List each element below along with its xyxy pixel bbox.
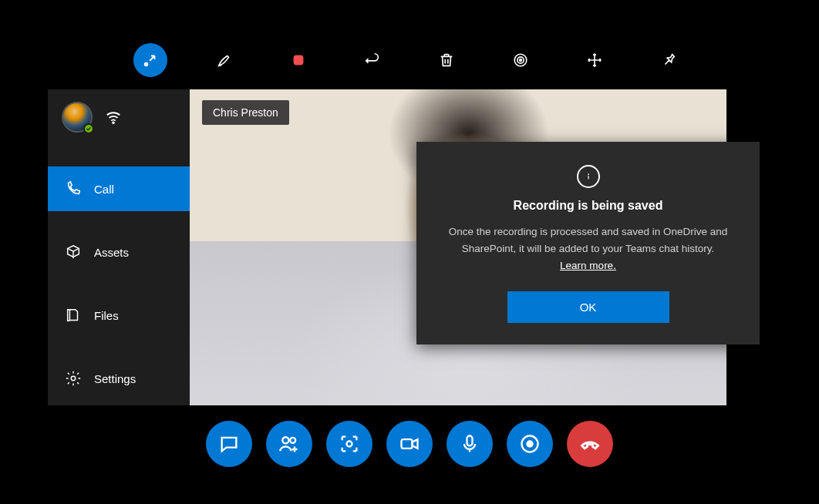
- svg-rect-8: [588, 176, 588, 180]
- info-icon: [577, 165, 600, 188]
- share-icon: [512, 52, 529, 69]
- add-people-button[interactable]: [266, 421, 312, 467]
- phone-icon: [65, 180, 82, 197]
- svg-rect-13: [467, 436, 473, 446]
- svg-point-5: [113, 122, 114, 123]
- svg-rect-1: [294, 55, 304, 66]
- chat-button[interactable]: [206, 421, 252, 467]
- video-icon: [399, 433, 420, 455]
- mic-icon: [459, 433, 480, 455]
- video-button[interactable]: [386, 421, 433, 467]
- sidebar-header: [48, 89, 190, 145]
- svg-point-11: [347, 442, 352, 447]
- sidebar-item-assets[interactable]: Assets: [48, 230, 190, 274]
- add-people-icon: [278, 433, 300, 455]
- minimize-button[interactable]: [133, 43, 167, 77]
- participant-name: Chris Preston: [213, 106, 278, 119]
- trash-icon: [438, 52, 455, 69]
- chat-icon: [218, 433, 240, 455]
- trash-button[interactable]: [430, 43, 463, 77]
- sidebar-item-label: Settings: [94, 372, 136, 385]
- svg-point-10: [290, 438, 295, 443]
- sidebar-item-label: Call: [94, 183, 114, 196]
- pin-icon: [660, 52, 677, 69]
- capture-button[interactable]: [326, 421, 372, 467]
- participant-name-tag: Chris Preston: [202, 100, 289, 125]
- svg-point-15: [526, 440, 533, 447]
- undo-button[interactable]: [356, 43, 389, 77]
- svg-point-7: [588, 173, 589, 175]
- assets-icon: [65, 244, 82, 260]
- settings-icon: [65, 370, 82, 387]
- record-icon: [519, 433, 541, 455]
- call-bar: [0, 421, 819, 467]
- pen-button[interactable]: [207, 43, 241, 77]
- share-button[interactable]: [504, 43, 538, 77]
- recording-saved-dialog: Recording is being saved Once the record…: [416, 142, 760, 344]
- end-call-icon: [579, 433, 601, 455]
- svg-point-9: [282, 437, 288, 443]
- sidebar-nav: Call Assets Files Settings: [48, 166, 190, 419]
- move-icon: [586, 52, 603, 69]
- record-button[interactable]: [507, 421, 553, 467]
- pen-icon: [216, 52, 233, 69]
- svg-point-4: [520, 59, 522, 62]
- sidebar-item-label: Assets: [94, 246, 129, 259]
- files-icon: [65, 307, 82, 324]
- svg-rect-12: [402, 439, 413, 449]
- sidebar-item-files[interactable]: Files: [48, 293, 190, 338]
- mic-button[interactable]: [447, 421, 493, 467]
- stop-record-icon: [290, 52, 307, 69]
- presence-available-icon: [83, 123, 94, 134]
- move-button[interactable]: [578, 43, 612, 77]
- sidebar: Call Assets Files Settings: [48, 89, 190, 405]
- end-call-button[interactable]: [567, 421, 613, 467]
- sidebar-item-settings[interactable]: Settings: [48, 356, 190, 401]
- dialog-title: Recording is being saved: [514, 199, 663, 213]
- minimize-icon: [142, 52, 159, 69]
- sidebar-item-call[interactable]: Call: [48, 166, 190, 211]
- dialog-body: Once the recording is processed and save…: [440, 223, 736, 257]
- pin-button[interactable]: [652, 43, 686, 77]
- wifi-icon: [105, 109, 122, 126]
- sidebar-item-label: Files: [94, 309, 119, 322]
- top-toolbar: [0, 43, 819, 77]
- svg-point-6: [71, 376, 76, 381]
- learn-more-link[interactable]: Learn more.: [560, 260, 616, 271]
- svg-point-0: [145, 63, 148, 66]
- avatar[interactable]: [62, 102, 93, 133]
- stop-record-button[interactable]: [281, 43, 315, 77]
- capture-icon: [339, 433, 360, 455]
- undo-icon: [364, 52, 381, 69]
- ok-button[interactable]: OK: [507, 291, 669, 323]
